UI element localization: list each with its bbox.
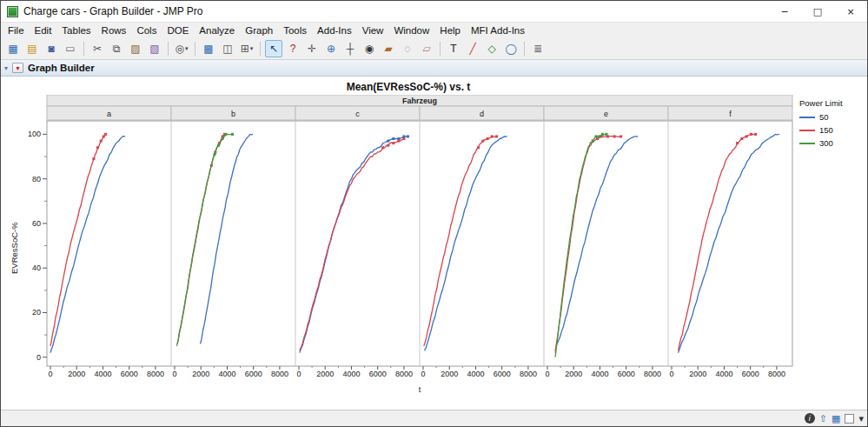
x-tick-label: 0	[48, 370, 52, 378]
series-marker	[754, 133, 757, 136]
annotate-line-icon[interactable]: ╱	[464, 40, 481, 57]
cut-icon[interactable]: ✂	[89, 40, 106, 57]
menu-item-mfi-add-ins[interactable]: MFI Add-Ins	[466, 24, 530, 37]
menu-item-graph[interactable]: Graph	[240, 24, 278, 37]
up-arrow-icon[interactable]: ⇧	[819, 414, 827, 424]
graph-canvas[interactable]: Fahrzeugabcdef02040608010002000400060008…	[21, 95, 794, 401]
series-marker	[231, 133, 234, 136]
menu-item-rows[interactable]: Rows	[96, 24, 132, 37]
save-icon[interactable]: ◙	[43, 40, 60, 57]
brush-tool-icon[interactable]: ▰	[380, 40, 397, 57]
info-icon[interactable]: i	[805, 413, 815, 424]
statusbar: i⇧▦▾	[1, 410, 867, 426]
y-axis-label: EVResSoC-%	[8, 95, 21, 401]
legend-entry-300[interactable]: 300	[799, 138, 857, 148]
close-button[interactable]: ×	[834, 1, 867, 22]
series-marker	[217, 144, 220, 147]
dropdown-caret-icon: ▾	[185, 45, 189, 52]
window-controls: ─ □ ×	[768, 1, 867, 22]
journal-icon[interactable]: ▧	[146, 40, 163, 57]
series-marker	[397, 140, 400, 143]
menu-item-add-ins[interactable]: Add-Ins	[312, 24, 357, 37]
script-icon[interactable]: ≣	[529, 40, 547, 57]
x-axis-label: t	[419, 385, 421, 394]
series-marker	[491, 135, 494, 137]
legend-entry-50[interactable]: 50	[799, 112, 857, 122]
checkbox[interactable]	[845, 414, 854, 424]
graph-builder-header[interactable]: ▾ ▼ Graph Builder	[1, 60, 867, 77]
titlebar[interactable]: Charge cars - Graph Builder - JMP Pro ─ …	[1, 1, 867, 23]
series-marker	[594, 135, 597, 137]
x-tick-label: 8000	[147, 370, 164, 378]
menu-item-edit[interactable]: Edit	[30, 24, 57, 37]
series-marker	[92, 157, 95, 160]
crosshair-tool-icon[interactable]: ┼	[341, 40, 359, 57]
x-tick-label: 0	[172, 370, 176, 378]
series-marker	[100, 140, 103, 143]
copy-icon[interactable]: ⧉	[108, 40, 125, 57]
series-marker	[736, 142, 739, 144]
arrange-windows-icon[interactable]: ⊞▾	[238, 40, 255, 57]
x-tick-label: 4000	[218, 370, 235, 378]
x-tick-label: 6000	[245, 370, 262, 378]
legend-entry-150[interactable]: 150	[799, 125, 857, 135]
minimize-button[interactable]: ─	[768, 1, 801, 22]
dropdown-caret-icon[interactable]: ▾	[858, 414, 864, 424]
pointer-tool-icon[interactable]: ↖	[265, 40, 282, 57]
series-marker	[104, 133, 107, 136]
menubar: FileEditTablesRowsColsDOEAnalyzeGraphToo…	[1, 23, 867, 38]
magnifier-tool-icon[interactable]: ◉	[361, 40, 378, 57]
eraser-tool-icon[interactable]: ▱	[418, 40, 435, 57]
x-tick-label: 2000	[565, 370, 582, 378]
window-grid-icon[interactable]: ▦	[832, 414, 840, 424]
new-data-table-icon[interactable]: ▦	[4, 40, 22, 57]
menu-item-help[interactable]: Help	[434, 24, 466, 37]
report-window-icon[interactable]: ◫	[219, 40, 236, 57]
series-marker	[606, 133, 608, 136]
annotate-polygon-icon[interactable]: ◇	[483, 40, 500, 57]
annotate-text-icon[interactable]: T	[445, 40, 462, 57]
menu-item-doe[interactable]: DOE	[162, 24, 194, 37]
series-marker	[392, 137, 394, 140]
y-tick-label: 80	[32, 175, 41, 183]
help-tool-icon[interactable]: ?	[284, 40, 301, 57]
menu-item-view[interactable]: View	[357, 24, 389, 37]
menu-item-analyze[interactable]: Analyze	[194, 24, 240, 37]
menu-item-cols[interactable]: Cols	[131, 24, 162, 37]
print-icon[interactable]: ▭	[62, 40, 79, 57]
menu-item-tables[interactable]: Tables	[56, 24, 96, 37]
series-marker	[620, 135, 622, 137]
toolbar-separator	[260, 42, 261, 56]
legend-swatch	[799, 130, 815, 131]
app-icon	[7, 6, 18, 17]
y-tick-label: 60	[32, 219, 41, 228]
annotate-oval-icon[interactable]: ◯	[502, 40, 520, 57]
grabber-tool-icon[interactable]: ✛	[303, 40, 321, 57]
table-window-icon[interactable]: ▩	[200, 40, 217, 57]
paste-icon[interactable]: ▨	[127, 40, 144, 57]
open-icon[interactable]: ▤	[23, 40, 41, 57]
zoom-dropdown-icon[interactable]: ◎▾	[173, 40, 190, 57]
dropdown-caret-icon: ▾	[250, 45, 254, 52]
series-marker	[222, 137, 224, 140]
facet-band-label: Fahrzeug	[402, 97, 437, 105]
menu-item-window[interactable]: Window	[388, 24, 434, 37]
globe-tool-icon[interactable]: ⊕	[322, 40, 340, 57]
red-triangle-menu-button[interactable]: ▼	[12, 63, 23, 73]
maximize-button[interactable]: □	[801, 1, 834, 22]
facet-label-b: b	[231, 110, 235, 118]
jmp-window: Charge cars - Graph Builder - JMP Pro ─ …	[0, 0, 868, 427]
x-tick-label: 6000	[369, 370, 387, 378]
lasso-tool-icon[interactable]: ◌	[399, 40, 416, 57]
series-marker	[750, 133, 752, 136]
facet-label-a: a	[107, 110, 111, 118]
series-marker	[613, 135, 616, 137]
x-tick-label: 0	[421, 370, 425, 378]
collapse-triangle-icon[interactable]: ▾	[4, 64, 8, 72]
menu-item-tools[interactable]: Tools	[278, 24, 312, 37]
menu-item-file[interactable]: File	[3, 24, 30, 37]
x-tick-label: 4000	[94, 370, 111, 378]
legend-entry-label: 50	[819, 112, 829, 122]
series-marker	[224, 133, 227, 136]
red-triangle-icon: ▼	[15, 65, 21, 71]
